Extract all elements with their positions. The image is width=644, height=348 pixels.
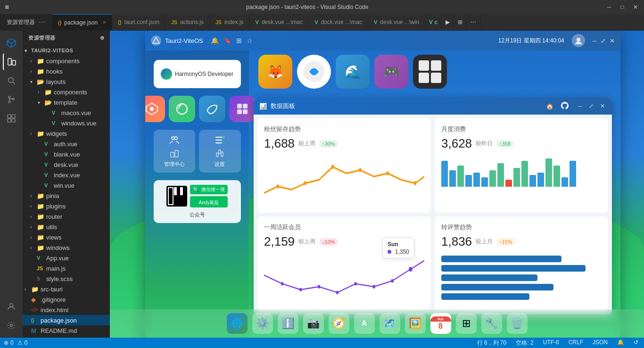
wechat-search-btn[interactable]: 🔍 微信搜一搜 xyxy=(190,185,228,194)
dash-github-icon[interactable] xyxy=(561,102,569,111)
status-errors[interactable]: ⊗ 0 ⚠ 0 xyxy=(4,340,27,346)
tree-windows-folder[interactable]: › 📁 windows xyxy=(23,242,110,253)
status-line[interactable]: 行 6，列 70 xyxy=(475,339,509,347)
status-spaces[interactable]: 空格: 2 xyxy=(514,339,535,347)
tree-blank[interactable]: V blank.vue xyxy=(23,149,110,159)
wechat-card[interactable]: 🔍 微信搜一搜 Andy葛磊 公众号 xyxy=(154,180,241,223)
tree-desk[interactable]: V desk.vue xyxy=(23,159,110,170)
tree-layouts[interactable]: ▾ 📂 layouts xyxy=(23,76,110,87)
tree-root[interactable]: ▾ TAURI2-VITEOS xyxy=(23,45,110,56)
tree-index-vue[interactable]: V index.vue xyxy=(23,170,110,180)
tree-win-vue[interactable]: V win.vue xyxy=(23,180,110,191)
desktop-icon-1[interactable]: 🦊 xyxy=(258,55,292,89)
user-avatar[interactable] xyxy=(572,34,585,47)
dock-maps[interactable]: 🗺️ xyxy=(380,313,400,334)
tree-template[interactable]: ▾ 📂 template xyxy=(23,97,110,108)
mgmt-card[interactable]: 管理中心 xyxy=(154,130,196,173)
activity-logo[interactable] xyxy=(3,34,20,51)
app-expand-btn[interactable]: ⤢ xyxy=(601,37,606,44)
app-close-btn[interactable]: ✕ xyxy=(610,37,615,44)
dock-trash[interactable]: 🗑️ xyxy=(507,313,528,334)
tree-index-html[interactable]: </> index.html xyxy=(23,305,110,315)
tab-tauri-conf[interactable]: {} tauri.conf.json xyxy=(112,14,165,30)
dash-home-icon[interactable]: 🏠 xyxy=(546,103,553,110)
harmony-card[interactable]: HarmonyOS Developer xyxy=(154,60,241,88)
minimize-btn[interactable]: ─ xyxy=(605,4,613,10)
dock-appstore[interactable]: A xyxy=(354,313,375,334)
settings-card[interactable]: 设置 xyxy=(199,130,241,173)
tree-utils[interactable]: › 📁 utils xyxy=(23,222,110,232)
tree-style-scss[interactable]: S style.scss xyxy=(23,273,110,284)
app-icon-3[interactable] xyxy=(199,96,225,122)
tree-components[interactable]: › 📁 components xyxy=(23,56,110,66)
tree-src-tauri[interactable]: › 📁 src-tauri xyxy=(23,284,110,294)
tab-more-btn[interactable]: ⋯ xyxy=(467,14,480,30)
status-language[interactable]: JSON xyxy=(591,339,610,347)
maximize-btn[interactable]: □ xyxy=(619,4,626,10)
tree-package-json[interactable]: {} package.json xyxy=(23,315,110,325)
tree-pinia[interactable]: › 📁 pinia xyxy=(23,191,110,201)
status-encoding[interactable]: UTF-8 xyxy=(541,339,561,347)
activity-git[interactable] xyxy=(3,91,20,108)
new-file-icon[interactable]: ⊕ xyxy=(100,35,105,41)
tree-hooks[interactable]: › 📁 hooks xyxy=(23,66,110,76)
tree-layouts-components[interactable]: › 📁 components xyxy=(23,87,110,97)
dock-camera[interactable]: 📷 xyxy=(303,313,324,334)
status-bell[interactable]: 🔔 xyxy=(615,339,626,347)
tab-close-btn[interactable]: ✕ xyxy=(102,20,106,25)
tab-package-json[interactable]: {} package.json ✕ xyxy=(52,14,112,30)
tree-gitignore[interactable]: ◆ .gitignore xyxy=(23,294,110,305)
tab-desk-vue-mac[interactable]: V desk.vue ...\mac xyxy=(250,14,309,30)
activity-settings[interactable] xyxy=(3,317,20,334)
tree-windows-vue[interactable]: V windows.vue xyxy=(23,118,110,128)
resource-manager-more[interactable]: ⋯ xyxy=(39,18,45,26)
notification-icon[interactable]: 🔔 xyxy=(211,37,219,44)
tree-readme[interactable]: M README.md xyxy=(23,325,110,336)
tab-dock-vue-mac[interactable]: V dock.vue ...\mac xyxy=(309,14,368,30)
tab-c-debug[interactable]: V c xyxy=(425,14,442,30)
tab-layout-btn[interactable]: ⊞ xyxy=(454,14,467,30)
dash-minimize-btn[interactable]: ─ xyxy=(576,102,584,110)
dock-calendar[interactable]: JUL 8 xyxy=(430,313,451,334)
dock-grid[interactable]: ⊞ xyxy=(456,313,477,334)
activity-account[interactable] xyxy=(3,298,20,315)
dock-prefs[interactable]: 🔧 xyxy=(481,313,502,334)
tab-actions-js[interactable]: JS actions.js xyxy=(165,14,210,30)
app-icon-2[interactable] xyxy=(169,96,195,122)
activity-extensions[interactable] xyxy=(3,110,20,127)
activity-explorer[interactable] xyxy=(3,53,20,70)
tree-widgets[interactable]: › 📁 widgets xyxy=(23,128,110,139)
tree-views[interactable]: › 📁 views xyxy=(23,232,110,242)
dash-expand-btn[interactable]: ⤢ xyxy=(587,102,595,110)
tab-run-btn[interactable]: ▶ xyxy=(442,14,454,30)
status-line-ending[interactable]: CRLF xyxy=(567,339,585,347)
desktop-icon-5[interactable] xyxy=(413,55,447,89)
tab-desk-vue-win[interactable]: V desk.vue ...\win xyxy=(368,14,425,30)
tree-macos-vue[interactable]: V macos.vue xyxy=(23,108,110,118)
tree-router[interactable]: › 📁 router xyxy=(23,211,110,222)
dock-safari[interactable]: 🧭 xyxy=(329,313,349,334)
tab-index-js[interactable]: JS index.js xyxy=(210,14,250,30)
desktop-icon-4[interactable]: 🎮 xyxy=(374,55,408,89)
dock-photos[interactable]: 🖼️ xyxy=(405,313,426,334)
tree-auth[interactable]: V auth.vue xyxy=(23,139,110,149)
wechat-follow-btn[interactable]: Andy葛磊 xyxy=(190,196,228,207)
app-minimize-btn[interactable]: ─ xyxy=(593,37,597,44)
desktop-icon-3[interactable]: 🌊 xyxy=(336,55,370,89)
tree-app-vue[interactable]: V App.vue xyxy=(23,253,110,263)
app-icon-1[interactable] xyxy=(145,96,165,122)
close-btn[interactable]: ✕ xyxy=(632,4,639,10)
activity-search[interactable] xyxy=(3,72,20,89)
bookmark-icon[interactable]: 🔖 xyxy=(223,37,231,44)
dock-edge[interactable]: 🌐 xyxy=(227,313,248,334)
dock-settings2[interactable]: ⚙️ xyxy=(252,313,273,334)
tab-resource-manager[interactable]: 资源管理器 ⋯ xyxy=(0,14,52,30)
tree-main-js[interactable]: JS main.js xyxy=(23,263,110,273)
status-sync[interactable]: ↺ xyxy=(632,339,640,347)
star-icon[interactable]: ☆ xyxy=(247,37,253,44)
tree-plugins[interactable]: › 📁 plugins xyxy=(23,201,110,211)
dash-close-btn[interactable]: ✕ xyxy=(599,102,606,110)
desktop-icon-2[interactable] xyxy=(297,55,331,89)
dock-info[interactable]: ℹ️ xyxy=(278,313,298,334)
grid-icon[interactable]: ⊞ xyxy=(236,37,242,44)
